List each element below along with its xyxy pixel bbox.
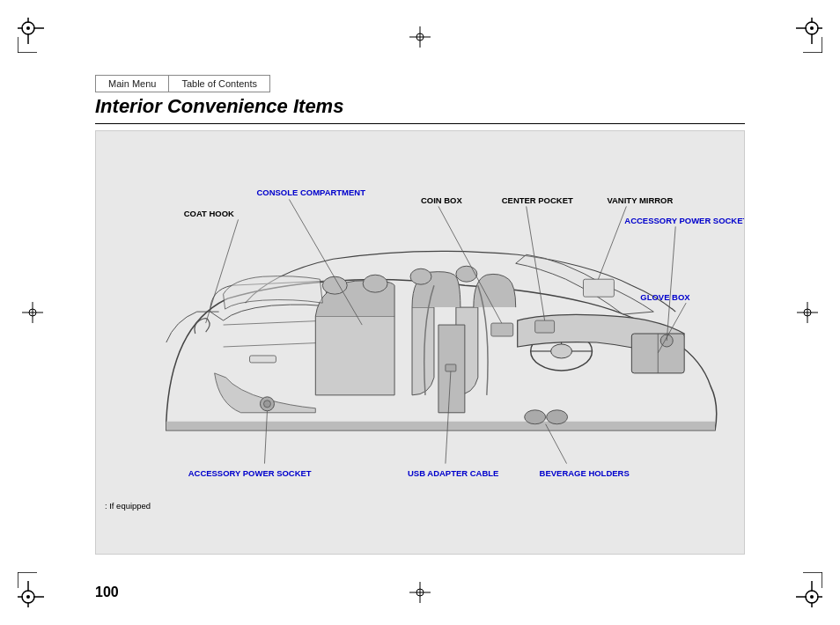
crosshair-top bbox=[409, 26, 431, 48]
svg-point-48 bbox=[551, 344, 572, 358]
crosshair-right bbox=[797, 302, 818, 323]
svg-text:BEVERAGE HOLDERS: BEVERAGE HOLDERS bbox=[540, 468, 630, 478]
svg-point-9 bbox=[810, 26, 814, 30]
svg-line-44 bbox=[224, 320, 329, 325]
svg-line-75 bbox=[598, 206, 626, 279]
svg-rect-58 bbox=[446, 364, 456, 371]
svg-point-54 bbox=[410, 268, 431, 284]
svg-line-69 bbox=[206, 219, 239, 323]
svg-line-81 bbox=[264, 411, 267, 464]
svg-point-64 bbox=[525, 410, 546, 424]
svg-rect-46 bbox=[250, 356, 276, 363]
crosshair-left bbox=[22, 302, 43, 323]
main-menu-button[interactable]: Main Menu bbox=[95, 75, 168, 92]
crosshair-bottom bbox=[409, 582, 431, 603]
corner-mark-br bbox=[787, 572, 822, 607]
svg-rect-63 bbox=[535, 320, 555, 333]
svg-rect-61 bbox=[583, 279, 614, 297]
page-number: 100 bbox=[95, 585, 119, 600]
svg-point-60 bbox=[263, 401, 270, 408]
svg-point-53 bbox=[363, 275, 387, 292]
diagram-container: CONSOLE COMPARTMENT COAT HOOK COIN BOX C… bbox=[95, 130, 745, 555]
svg-text:COIN BOX: COIN BOX bbox=[421, 195, 463, 205]
svg-text:: If equipped: : If equipped bbox=[105, 501, 151, 511]
corner-mark-bl bbox=[18, 572, 53, 607]
svg-point-52 bbox=[322, 276, 347, 294]
svg-point-1 bbox=[26, 26, 30, 30]
svg-point-25 bbox=[810, 595, 814, 599]
corner-mark-tl bbox=[18, 18, 53, 53]
svg-point-55 bbox=[456, 266, 477, 282]
page-title: Interior Convenience Items bbox=[95, 95, 745, 124]
svg-text:CONSOLE COMPARTMENT: CONSOLE COMPARTMENT bbox=[257, 188, 366, 197]
svg-rect-62 bbox=[491, 323, 513, 336]
svg-text:ACCESSORY POWER SOCKET: ACCESSORY POWER SOCKET bbox=[624, 216, 744, 225]
svg-point-17 bbox=[26, 595, 30, 599]
svg-line-45 bbox=[224, 342, 329, 347]
nav-buttons: Main Menu Table of Contents bbox=[95, 75, 270, 92]
svg-text:ACCESSORY POWER SOCKET: ACCESSORY POWER SOCKET bbox=[188, 468, 312, 478]
diagram-svg: CONSOLE COMPARTMENT COAT HOOK COIN BOX C… bbox=[96, 131, 744, 554]
corner-mark-tr bbox=[787, 18, 822, 53]
svg-text:GLOVE BOX: GLOVE BOX bbox=[640, 292, 690, 302]
svg-text:COAT HOOK: COAT HOOK bbox=[184, 209, 234, 218]
table-of-contents-button[interactable]: Table of Contents bbox=[168, 75, 270, 92]
svg-text:USB ADAPTER CABLE: USB ADAPTER CABLE bbox=[408, 468, 498, 478]
svg-text:CENTER POCKET: CENTER POCKET bbox=[502, 195, 573, 205]
svg-point-65 bbox=[547, 410, 568, 424]
svg-text:VANITY MIRROR: VANITY MIRROR bbox=[607, 195, 673, 205]
